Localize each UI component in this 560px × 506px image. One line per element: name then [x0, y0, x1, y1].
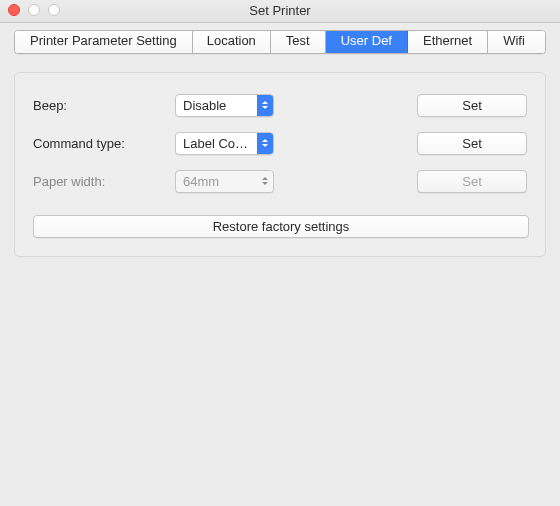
select-command-type-value: Label Co…	[183, 136, 257, 151]
set-beep-button[interactable]: Set	[417, 94, 527, 117]
tabbar: Printer Parameter Setting Location Test …	[14, 30, 546, 54]
titlebar: Set Printer	[0, 0, 560, 23]
label-command-type: Command type:	[33, 136, 175, 151]
row-paper-width: Paper width: 64mm Set	[33, 169, 527, 193]
row-command-type: Command type: Label Co… Set	[33, 131, 527, 155]
chevron-up-down-icon	[257, 133, 273, 154]
label-paper-width: Paper width:	[33, 174, 175, 189]
tab-location[interactable]: Location	[193, 31, 271, 53]
tab-wifi[interactable]: Wifi	[488, 31, 545, 53]
chevron-up-down-icon	[257, 171, 273, 192]
select-beep[interactable]: Disable	[175, 94, 274, 117]
tab-user-def[interactable]: User Def	[326, 31, 408, 53]
set-command-type-button[interactable]: Set	[417, 132, 527, 155]
chevron-up-down-icon	[257, 95, 273, 116]
tab-test[interactable]: Test	[271, 31, 326, 53]
select-beep-value: Disable	[183, 98, 257, 113]
traffic-lights	[8, 4, 60, 16]
maximize-icon	[48, 4, 60, 16]
row-beep: Beep: Disable Set	[33, 93, 527, 117]
restore-factory-settings-button[interactable]: Restore factory settings	[33, 215, 529, 238]
select-paper-width: 64mm	[175, 170, 274, 193]
window-title: Set Printer	[249, 3, 310, 18]
set-paper-width-button: Set	[417, 170, 527, 193]
minimize-icon	[28, 4, 40, 16]
tab-ethernet[interactable]: Ethernet	[408, 31, 488, 53]
label-beep: Beep:	[33, 98, 175, 113]
select-command-type[interactable]: Label Co…	[175, 132, 274, 155]
close-icon[interactable]	[8, 4, 20, 16]
tab-printer-parameter-setting[interactable]: Printer Parameter Setting	[15, 31, 193, 53]
user-def-panel: Beep: Disable Set Command type: Label Co…	[14, 72, 546, 257]
select-paper-width-value: 64mm	[183, 174, 257, 189]
